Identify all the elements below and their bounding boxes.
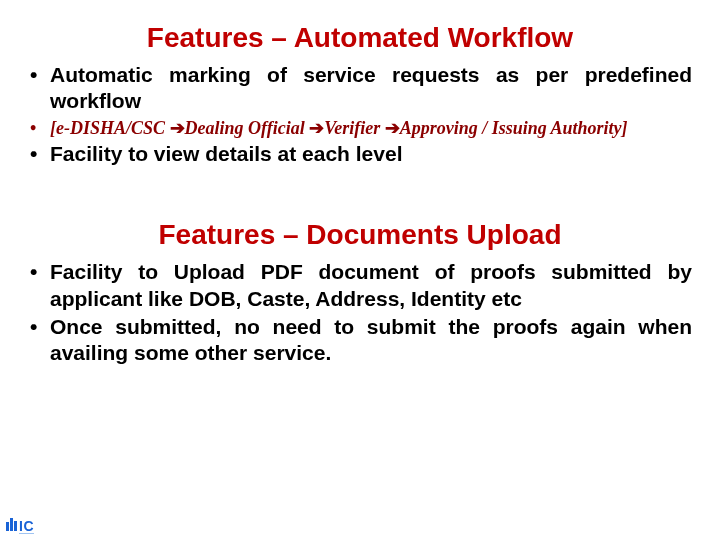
body-documents: Facility to Upload PDF document of proof… <box>0 259 720 366</box>
bullet-item: Facility to view details at each level <box>28 141 692 167</box>
heading-workflow: Features – Automated Workflow <box>0 0 720 62</box>
arrow-icon: ➔ <box>309 118 324 138</box>
bullet-item: Automatic marking of service requests as… <box>28 62 692 115</box>
body-workflow: Automatic marking of service requests as… <box>0 62 720 167</box>
flow-step-3: Verifier <box>324 118 385 138</box>
heading-documents: Features – Documents Upload <box>0 169 720 259</box>
bullet-list-workflow: Automatic marking of service requests as… <box>28 62 692 115</box>
flow-step-1: e-DISHA/CSC <box>56 118 170 138</box>
nic-logo: IC <box>6 516 44 534</box>
arrow-icon: ➔ <box>385 118 400 138</box>
flow-step-2: Dealing Official <box>185 118 310 138</box>
arrow-icon: ➔ <box>170 118 185 138</box>
bullet-item: Once submitted, no need to submit the pr… <box>28 314 692 367</box>
bullet-item: Facility to Upload PDF document of proof… <box>28 259 692 312</box>
bullet-list-workflow-2: Facility to view details at each level <box>28 141 692 167</box>
bullet-list-documents: Facility to Upload PDF document of proof… <box>28 259 692 366</box>
slide: Features – Automated Workflow Automatic … <box>0 0 720 540</box>
workflow-chain-list: [e-DISHA/CSC ➔Dealing Official ➔Verifier… <box>28 117 692 140</box>
bracket-close: ] <box>622 118 628 138</box>
flow-step-4: Approving / Issuing Authority <box>400 118 622 138</box>
logo-text: IC <box>19 518 34 534</box>
workflow-chain: [e-DISHA/CSC ➔Dealing Official ➔Verifier… <box>28 117 692 140</box>
logo-bars-icon <box>6 517 18 535</box>
